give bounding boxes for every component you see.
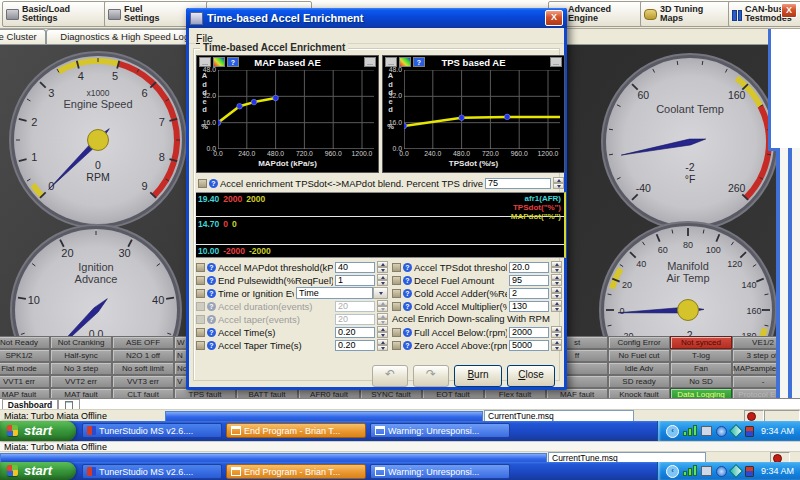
network-icon[interactable] — [701, 426, 712, 436]
chart-tps-based-ae[interactable]: ...?...TPS based AE0.016.032.048.00.0240… — [382, 55, 565, 173]
help-icon[interactable]: ? — [207, 263, 216, 272]
help-icon[interactable]: ? — [207, 341, 216, 350]
field-input[interactable] — [335, 327, 375, 338]
3d-tuning-maps-button[interactable]: 3D Tuning Maps — [640, 1, 732, 27]
spinner[interactable] — [551, 274, 562, 286]
spin-down[interactable] — [377, 345, 388, 351]
signal-icon[interactable] — [683, 467, 697, 476]
spin-down[interactable] — [551, 267, 562, 273]
down-arrow-icon — [555, 269, 559, 272]
chart-map-based-ae[interactable]: ...?...MAP based AE0.016.032.048.00.0240… — [196, 55, 379, 173]
spinner[interactable] — [551, 326, 562, 338]
field-input[interactable] — [509, 301, 549, 312]
taskbar-1: start TunerStudio MS v2.6.... End Progra… — [0, 421, 800, 441]
field-row: ?Decel Fuel Amount — [392, 274, 562, 286]
spinner[interactable] — [377, 300, 388, 312]
field-input[interactable] — [335, 340, 375, 351]
help-icon[interactable]: ? — [403, 302, 412, 311]
device-icon[interactable] — [745, 466, 754, 477]
spin-down[interactable] — [377, 319, 388, 325]
blend-input[interactable] — [485, 178, 551, 189]
undo-button[interactable]: ↶ — [372, 365, 408, 387]
spin-down[interactable] — [553, 183, 564, 189]
spinner[interactable] — [377, 326, 388, 338]
field-input[interactable] — [509, 275, 549, 286]
spinner[interactable] — [377, 274, 388, 286]
close-button[interactable]: Close — [507, 365, 555, 387]
spinner[interactable] — [377, 313, 388, 325]
help-icon[interactable]: ? — [207, 276, 216, 285]
help-icon[interactable]: ? — [403, 263, 412, 272]
tab-gauge-cluster[interactable]: Gauge Cluster — [0, 29, 46, 44]
globe-icon[interactable] — [716, 466, 727, 477]
task-tunerstudio[interactable]: TunerStudio MS v2.6.... — [82, 423, 222, 438]
spin-down[interactable] — [377, 332, 388, 338]
status-indicator: T-log — [670, 349, 732, 362]
task-tunerstudio[interactable]: TunerStudio MS v2.6.... — [82, 464, 222, 479]
signal-icon[interactable] — [683, 427, 697, 436]
tray-chevron-icon[interactable]: ‹ — [666, 465, 679, 478]
select-arrow[interactable] — [373, 287, 388, 299]
spinner[interactable] — [551, 287, 562, 299]
task-end-program[interactable]: End Program - Brian T... — [226, 423, 366, 438]
chart-plot[interactable] — [404, 70, 560, 149]
field-input[interactable] — [509, 262, 549, 273]
window-icon — [231, 426, 241, 435]
start-button[interactable]: start — [0, 462, 76, 480]
spin-down[interactable] — [377, 306, 388, 312]
spinner[interactable] — [551, 300, 562, 312]
up-arrow-icon — [555, 263, 559, 266]
spinner[interactable] — [551, 261, 562, 273]
spin-down[interactable] — [377, 280, 388, 286]
task-warning[interactable]: Warning: Unresponsi... — [370, 464, 510, 479]
field-input[interactable] — [335, 262, 375, 273]
start-button[interactable]: start — [0, 421, 76, 441]
burn-button[interactable]: Burn — [454, 365, 502, 387]
windows-flag-icon — [7, 465, 18, 476]
spin-down[interactable] — [551, 280, 562, 286]
help-icon[interactable]: ? — [403, 289, 412, 298]
spin-down[interactable] — [551, 293, 562, 299]
app-close-button[interactable]: X — [781, 3, 797, 18]
spinner[interactable] — [551, 339, 562, 351]
task-end-program[interactable]: End Program - Brian T... — [226, 464, 366, 479]
spinner[interactable] — [377, 339, 388, 351]
field-input[interactable] — [335, 275, 375, 286]
device-icon[interactable] — [745, 426, 754, 437]
field-input[interactable] — [335, 314, 375, 325]
basic-load-settings-button[interactable]: Basic/Load Settings — [2, 1, 108, 27]
help-icon[interactable]: ? — [207, 328, 216, 337]
field-input[interactable] — [509, 340, 549, 351]
strip-value: 10.00 — [198, 246, 219, 256]
spin-down[interactable] — [377, 267, 388, 273]
antivirus-icon[interactable] — [729, 424, 743, 438]
help-icon[interactable]: ? — [403, 341, 412, 350]
edit-icon — [196, 289, 205, 298]
spinner[interactable] — [377, 261, 388, 273]
dialog-titlebar[interactable]: Time-based Accel Enrichment X — [186, 8, 567, 28]
help-icon[interactable]: ? — [207, 289, 216, 298]
tray-chevron-icon[interactable]: ‹ — [666, 425, 679, 438]
spin-down[interactable] — [551, 345, 562, 351]
field-input[interactable] — [509, 288, 549, 299]
up-arrow-icon — [381, 302, 385, 305]
task-warning[interactable]: Warning: Unresponsi... — [370, 423, 510, 438]
spinner[interactable] — [553, 177, 564, 189]
help-icon[interactable]: ? — [403, 276, 412, 285]
field-input[interactable] — [335, 301, 375, 312]
redo-button[interactable]: ↷ — [413, 365, 449, 387]
globe-icon[interactable] — [716, 426, 727, 437]
up-arrow-icon — [555, 328, 559, 331]
help-icon[interactable]: ? — [403, 328, 412, 337]
help-icon[interactable]: ? — [209, 179, 218, 188]
antivirus-icon[interactable] — [729, 464, 743, 478]
dialog-close-icon[interactable]: X — [545, 10, 563, 26]
help-icon[interactable]: ? — [207, 315, 216, 324]
help-icon[interactable]: ? — [207, 302, 216, 311]
chart-plot[interactable] — [218, 70, 374, 149]
network-icon[interactable] — [701, 466, 712, 476]
spin-down[interactable] — [551, 332, 562, 338]
field-input[interactable] — [509, 327, 549, 338]
time-or-events-select[interactable]: Time — [296, 287, 388, 299]
spin-down[interactable] — [551, 306, 562, 312]
